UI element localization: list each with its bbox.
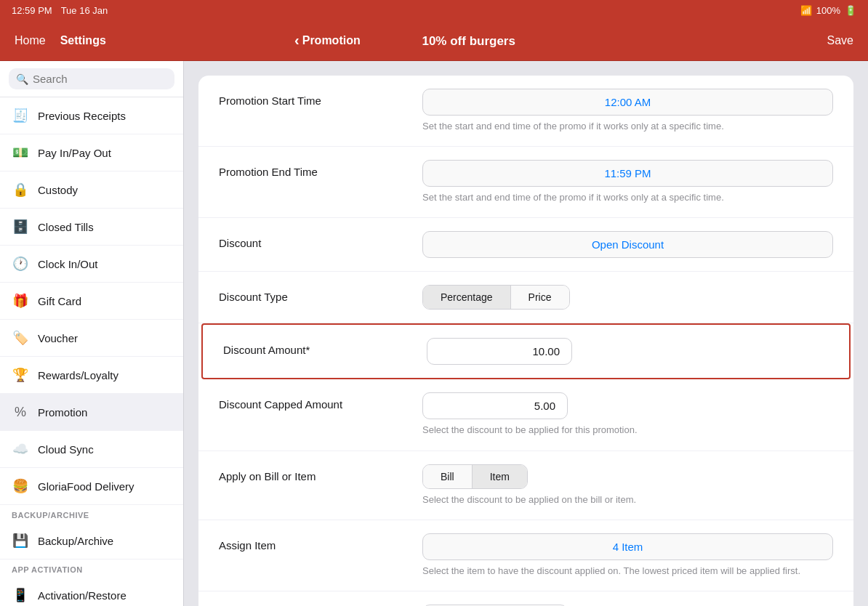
pay-in-out-icon: 💵	[12, 144, 29, 161]
segment-control-discount-type: PercentagePrice	[422, 285, 570, 310]
form-label-discount-amount: Discount Amount*	[223, 338, 412, 356]
nav-bar: Home Settings ‹ Promotion 10% off burger…	[0, 20, 868, 61]
search-input[interactable]	[33, 73, 167, 85]
form-label-discount: Discount	[219, 231, 408, 249]
form-control-col-promotion-start-time: 12:00 AMSet the start and end time of th…	[422, 89, 833, 133]
sidebar-item-label-voucher: Voucher	[38, 332, 78, 344]
status-bar-right: 📶 100% 🔋	[800, 5, 856, 16]
sidebar-item-backup-archive[interactable]: 💾Backup/Archive	[0, 522, 183, 559]
form-row-promotion-end-time: Promotion End Time11:59 PMSet the start …	[198, 147, 853, 218]
gift-card-icon: 🎁	[12, 292, 29, 310]
form-row-discount-amount: Discount Amount*	[203, 325, 849, 378]
sidebar-item-label-promotion: Promotion	[38, 406, 87, 419]
sidebar-item-closed-tills[interactable]: 🗄️Closed Tills	[0, 209, 183, 246]
custody-icon: 🔒	[12, 181, 29, 198]
sidebar-item-label-gift-card: Gift Card	[38, 295, 81, 307]
home-nav-button[interactable]: Home	[15, 34, 46, 47]
form-control-col-discount: Open Discount	[422, 231, 833, 258]
status-date: Tue 16 Jan	[61, 5, 108, 16]
sidebar-item-gloria-food-delivery[interactable]: 🍔GloriaFood Delivery	[0, 468, 183, 505]
form-control-col-assign-item: 4 ItemSelect the item to have the discou…	[422, 533, 833, 578]
input-discount-amount[interactable]	[427, 338, 572, 365]
pill-button-promotion-end-time[interactable]: 11:59 PM	[422, 160, 833, 187]
form-row-max-item-application: Maximum number of item applicationIf the…	[198, 591, 853, 606]
cloud-sync-icon: ☁️	[12, 440, 29, 458]
pill-button-promotion-start-time[interactable]: 12:00 AM	[422, 89, 833, 116]
previous-receipts-icon: 🧾	[12, 107, 29, 124]
form-label-discount-type: Discount Type	[219, 285, 408, 303]
form-row-assign-item: Assign Item4 ItemSelect the item to have…	[198, 520, 853, 591]
form-control-col-apply-on-bill-or-item: BillItemSelect the discount to be applie…	[422, 464, 833, 506]
form-row-discount: DiscountOpen Discount	[198, 218, 853, 272]
form-row-discount-capped-amount: Discount Capped AmountSelect the discoun…	[198, 379, 853, 451]
back-label: Promotion	[302, 34, 361, 47]
sidebar-item-label-backup-archive: Backup/Archive	[38, 535, 113, 547]
gloria-food-delivery-icon: 🍔	[12, 477, 29, 495]
sidebar: 🔍 🧾Previous Receipts💵Pay In/Pay Out🔒Cust…	[0, 61, 184, 606]
form-row-promotion-start-time: Promotion Start Time12:00 AMSet the star…	[198, 76, 853, 147]
closed-tills-icon: 🗄️	[12, 218, 29, 235]
form-label-assign-item: Assign Item	[219, 533, 408, 552]
page-title: 10% off burgers	[422, 34, 515, 48]
nav-bar-right: Save	[644, 34, 854, 47]
form-control-col-promotion-end-time: 11:59 PMSet the start and end time of th…	[422, 160, 833, 204]
hint-promotion-start-time: Set the start and end time of the promo …	[422, 120, 833, 133]
sidebar-item-label-cloud-sync: Cloud Sync	[38, 443, 94, 456]
save-button[interactable]: Save	[827, 34, 853, 47]
sidebar-item-gift-card[interactable]: 🎁Gift Card	[0, 283, 183, 320]
sidebar-item-previous-receipts[interactable]: 🧾Previous Receipts	[0, 97, 183, 134]
sidebar-item-custody[interactable]: 🔒Custody	[0, 171, 183, 209]
form-label-promotion-start-time: Promotion Start Time	[219, 89, 408, 107]
search-icon: 🔍	[16, 73, 28, 85]
segment-option-percentage[interactable]: Percentage	[423, 286, 511, 309]
sidebar-item-label-activation-restore: Activation/Restore	[38, 589, 126, 602]
nav-bar-left: Home Settings	[15, 34, 225, 47]
form-control-col-discount-capped-amount: Select the discount to be applied for th…	[422, 392, 833, 437]
sidebar-item-label-previous-receipts: Previous Receipts	[38, 110, 126, 122]
sidebar-list: 🧾Previous Receipts💵Pay In/Pay Out🔒Custod…	[0, 97, 183, 606]
sidebar-item-label-gloria-food-delivery: GloriaFood Delivery	[38, 480, 134, 493]
hint-assign-item: Select the item to have the discount app…	[422, 565, 833, 578]
segment-control-apply-on-bill-or-item: BillItem	[422, 464, 528, 489]
status-bar-left: 12:59 PM Tue 16 Jan	[12, 5, 108, 16]
input-discount-capped-amount[interactable]	[422, 392, 568, 419]
content-card: Promotion Start Time12:00 AMSet the star…	[198, 76, 853, 606]
form-label-promotion-end-time: Promotion End Time	[219, 160, 408, 178]
segment-option-price[interactable]: Price	[511, 286, 569, 309]
content-area: Promotion Start Time12:00 AMSet the star…	[184, 61, 868, 606]
nav-back-button[interactable]: ‹ Promotion	[294, 32, 361, 49]
hint-apply-on-bill-or-item: Select the discount to be applied on the…	[422, 493, 833, 506]
segment-option-item[interactable]: Item	[473, 465, 527, 488]
form-label-apply-on-bill-or-item: Apply on Bill or Item	[219, 464, 408, 482]
main-layout: 🔍 🧾Previous Receipts💵Pay In/Pay Out🔒Cust…	[0, 61, 868, 606]
battery-percent: 100%	[816, 5, 840, 16]
nav-bar-center: ‹ Promotion 10% off burgers	[225, 32, 644, 49]
sidebar-item-label-pay-in-out: Pay In/Pay Out	[38, 147, 111, 159]
sidebar-item-promotion[interactable]: %Promotion	[0, 394, 183, 431]
form-control-col-discount-type: PercentagePrice	[422, 285, 833, 310]
activation-section-header: APP ACTIVATION	[0, 559, 183, 577]
rewards-loyalty-icon: 🏆	[12, 366, 29, 384]
sidebar-item-label-rewards-loyalty: Rewards/Loyalty	[38, 369, 118, 381]
search-input-wrapper[interactable]: 🔍	[9, 68, 174, 89]
sidebar-item-cloud-sync[interactable]: ☁️Cloud Sync	[0, 431, 183, 468]
clock-in-out-icon: 🕐	[12, 255, 29, 272]
pill-button-assign-item[interactable]: 4 Item	[422, 533, 833, 560]
status-time: 12:59 PM	[12, 5, 52, 16]
sidebar-item-clock-in-out[interactable]: 🕐Clock In/Out	[0, 246, 183, 283]
form-row-apply-on-bill-or-item: Apply on Bill or ItemBillItemSelect the …	[198, 451, 853, 520]
promotion-icon: %	[12, 403, 29, 421]
sidebar-item-label-closed-tills: Closed Tills	[38, 221, 94, 233]
sidebar-item-rewards-loyalty[interactable]: 🏆Rewards/Loyalty	[0, 357, 183, 394]
sidebar-item-pay-in-out[interactable]: 💵Pay In/Pay Out	[0, 134, 183, 171]
backup-section-header: BACKUP/ARCHIVE	[0, 505, 183, 522]
sidebar-item-activation-restore[interactable]: 📱Activation/Restore	[0, 577, 183, 606]
sidebar-item-voucher[interactable]: 🏷️Voucher	[0, 320, 183, 357]
open-discount-button[interactable]: Open Discount	[422, 231, 833, 258]
hint-discount-capped-amount: Select the discount to be applied for th…	[422, 424, 833, 437]
battery-icon: 🔋	[845, 5, 856, 16]
voucher-icon: 🏷️	[12, 329, 29, 347]
sidebar-item-label-custody: Custody	[38, 184, 78, 196]
settings-nav-button[interactable]: Settings	[60, 34, 106, 47]
segment-option-bill[interactable]: Bill	[423, 465, 473, 488]
